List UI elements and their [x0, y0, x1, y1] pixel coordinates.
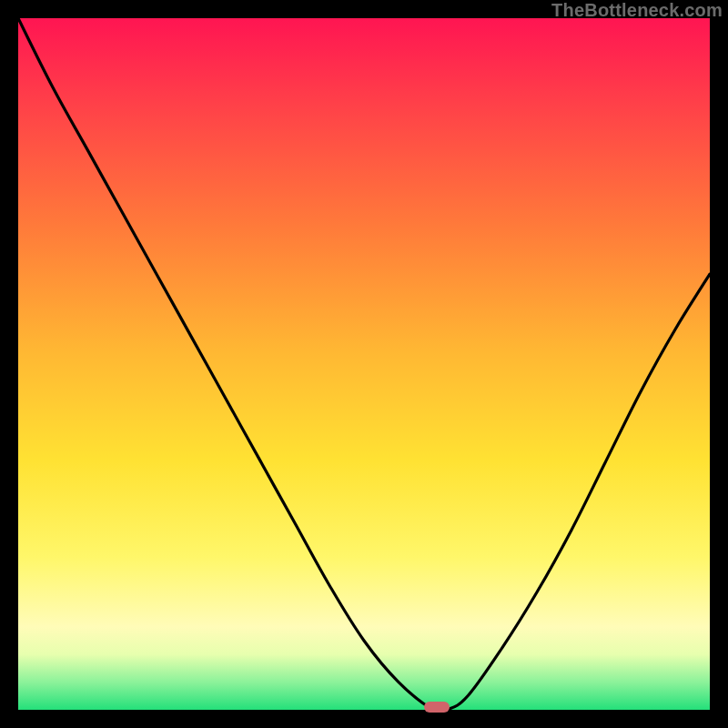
plot-area	[18, 18, 710, 710]
optimal-marker	[424, 702, 450, 713]
bottleneck-curve	[18, 18, 710, 713]
curve-svg	[18, 18, 710, 710]
chart-frame: TheBottleneck.com	[0, 0, 728, 728]
